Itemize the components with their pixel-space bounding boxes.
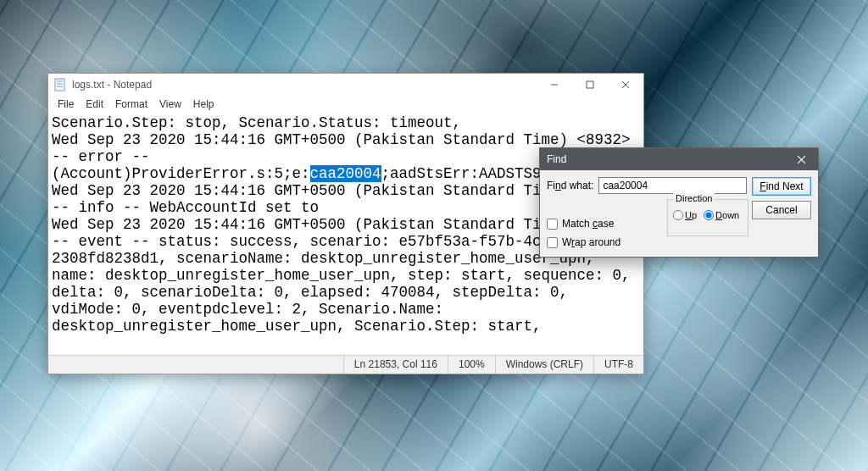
titlebar[interactable]: logs.txt - Notepad xyxy=(48,74,643,96)
statusbar: Ln 21853, Col 116 100% Windows (CRLF) UT… xyxy=(48,355,643,374)
find-next-button[interactable]: Find Next xyxy=(752,177,811,196)
minimize-button[interactable] xyxy=(537,74,572,96)
menu-file[interactable]: File xyxy=(52,97,80,112)
direction-legend: Direction xyxy=(673,193,715,203)
direction-down[interactable]: Down xyxy=(704,210,739,220)
wrap-around-checkbox[interactable]: Wrap around xyxy=(547,236,620,248)
status-encoding: UTF-8 xyxy=(594,356,643,374)
window-controls xyxy=(537,74,643,96)
cancel-button[interactable]: Cancel xyxy=(752,201,811,219)
status-zoom: 100% xyxy=(448,356,496,374)
svg-rect-5 xyxy=(587,81,593,88)
direction-up[interactable]: Up xyxy=(673,210,697,220)
direction-group: Direction Up Down xyxy=(667,199,748,236)
status-position: Ln 21853, Col 116 xyxy=(344,356,448,374)
window-title: logs.txt - Notepad xyxy=(72,79,537,91)
find-close-button[interactable] xyxy=(784,148,818,170)
menu-format[interactable]: Format xyxy=(109,97,153,112)
find-what-input[interactable] xyxy=(598,177,747,194)
find-title-text: Find xyxy=(547,153,784,165)
status-eol: Windows (CRLF) xyxy=(496,356,594,374)
menubar: File Edit Format View Help xyxy=(48,96,643,113)
maximize-button[interactable] xyxy=(572,74,608,96)
find-what-label: Find what: xyxy=(547,180,593,191)
match-case-checkbox[interactable]: Match case xyxy=(547,218,620,230)
find-dialog: Find Find what: Find Next Cancel Directi… xyxy=(539,147,819,258)
notepad-icon xyxy=(53,78,67,91)
menu-edit[interactable]: Edit xyxy=(80,97,109,112)
menu-view[interactable]: View xyxy=(153,97,187,112)
close-button[interactable] xyxy=(608,74,643,96)
svg-rect-0 xyxy=(55,79,64,91)
selected-text: caa20004 xyxy=(310,165,381,182)
find-titlebar[interactable]: Find xyxy=(540,148,818,170)
menu-help[interactable]: Help xyxy=(187,97,220,112)
